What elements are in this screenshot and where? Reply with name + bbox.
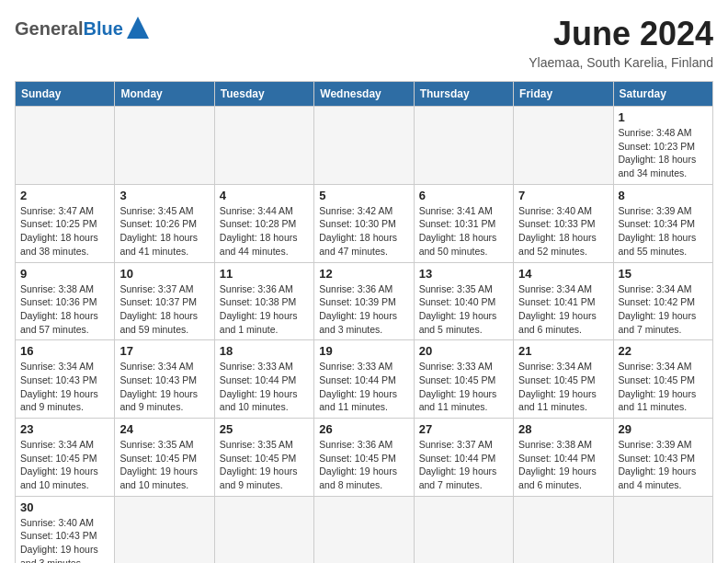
day-info: Sunrise: 3:35 AMSunset: 10:45 PMDaylight… (119, 438, 209, 492)
calendar-cell: 20 Sunrise: 3:33 AMSunset: 10:45 PMDayli… (414, 340, 513, 419)
header-thursday: Thursday (414, 82, 513, 107)
header-friday: Friday (514, 82, 613, 107)
day-number: 5 (319, 189, 408, 202)
day-number: 29 (619, 422, 708, 436)
calendar-cell: 17 Sunrise: 3:34 AMSunset: 10:43 PMDayli… (115, 340, 214, 419)
day-number: 12 (319, 267, 408, 281)
day-info: Sunrise: 3:36 AMSunset: 10:39 PMDaylight… (319, 282, 408, 337)
day-info: Sunrise: 3:35 AMSunset: 10:45 PMDaylight… (220, 438, 309, 492)
day-number: 7 (518, 189, 608, 202)
day-number: 21 (518, 344, 608, 358)
day-info: Sunrise: 3:34 AMSunset: 10:45 PMDaylight… (518, 360, 608, 414)
day-info: Sunrise: 3:33 AMSunset: 10:45 PMDaylight… (419, 360, 508, 414)
header-saturday: Saturday (613, 82, 712, 107)
day-info: Sunrise: 3:33 AMSunset: 10:44 PMDaylight… (220, 360, 309, 414)
calendar-cell: 27 Sunrise: 3:37 AMSunset: 10:44 PMDayli… (414, 419, 513, 497)
calendar-cell-empty (314, 496, 414, 563)
calendar-cell (414, 107, 513, 185)
calendar-cell: 28 Sunrise: 3:38 AMSunset: 10:44 PMDayli… (514, 419, 613, 497)
day-number: 19 (319, 344, 408, 358)
calendar-cell: 26 Sunrise: 3:36 AMSunset: 10:45 PMDayli… (314, 419, 414, 497)
calendar-cell (214, 107, 313, 185)
calendar-cell: 1 Sunrise: 3:48 AMSunset: 10:23 PMDaylig… (613, 107, 712, 185)
day-info: Sunrise: 3:36 AMSunset: 10:38 PMDaylight… (220, 282, 309, 337)
day-info: Sunrise: 3:40 AMSunset: 10:33 PMDaylight… (518, 204, 608, 259)
day-number: 9 (20, 267, 109, 281)
calendar-cell: 24 Sunrise: 3:35 AMSunset: 10:45 PMDayli… (115, 419, 214, 497)
day-number: 27 (419, 422, 508, 436)
day-info: Sunrise: 3:34 AMSunset: 10:43 PMDaylight… (20, 360, 109, 414)
title-area: June 2024 Ylaemaa, South Karelia, Finlan… (529, 15, 713, 70)
day-number: 4 (220, 189, 309, 202)
day-info: Sunrise: 3:48 AMSunset: 10:23 PMDaylight… (619, 126, 708, 180)
calendar-cell: 14 Sunrise: 3:34 AMSunset: 10:41 PMDayli… (514, 262, 613, 340)
calendar-cell: 13 Sunrise: 3:35 AMSunset: 10:40 PMDayli… (414, 262, 513, 340)
calendar-cell: 11 Sunrise: 3:36 AMSunset: 10:38 PMDayli… (214, 262, 313, 340)
day-number: 25 (220, 422, 309, 436)
calendar-cell (314, 107, 414, 185)
header-wednesday: Wednesday (314, 82, 414, 107)
day-number: 14 (518, 267, 608, 281)
day-number: 6 (419, 189, 508, 202)
day-info: Sunrise: 3:37 AMSunset: 10:44 PMDaylight… (419, 438, 508, 492)
day-info: Sunrise: 3:34 AMSunset: 10:43 PMDaylight… (119, 360, 209, 414)
day-number: 23 (20, 422, 109, 436)
day-number: 15 (619, 267, 708, 281)
calendar-cell-empty (214, 496, 313, 563)
day-number: 20 (419, 344, 508, 358)
calendar-cell: 9 Sunrise: 3:38 AMSunset: 10:36 PMDaylig… (16, 262, 115, 340)
calendar-cell: 2 Sunrise: 3:47 AMSunset: 10:25 PMDaylig… (16, 184, 115, 262)
day-info: Sunrise: 3:34 AMSunset: 10:41 PMDaylight… (518, 282, 608, 337)
calendar-cell: 5 Sunrise: 3:42 AMSunset: 10:30 PMDaylig… (314, 184, 414, 262)
day-number: 3 (119, 189, 209, 202)
calendar-cell-empty (115, 496, 214, 563)
day-number: 11 (220, 267, 309, 281)
day-info: Sunrise: 3:40 AMSunset: 10:43 PMDaylight… (20, 516, 109, 563)
day-info: Sunrise: 3:35 AMSunset: 10:40 PMDaylight… (419, 282, 508, 337)
logo-blue: Blue (83, 18, 122, 40)
day-info: Sunrise: 3:34 AMSunset: 10:45 PMDaylight… (20, 438, 109, 492)
calendar-cell: 4 Sunrise: 3:44 AMSunset: 10:28 PMDaylig… (214, 184, 313, 262)
logo-general: General (15, 18, 83, 40)
calendar-cell (16, 107, 115, 185)
day-info: Sunrise: 3:34 AMSunset: 10:45 PMDaylight… (619, 360, 708, 414)
header-sunday: Sunday (16, 82, 115, 107)
calendar-cell: 15 Sunrise: 3:34 AMSunset: 10:42 PMDayli… (613, 262, 712, 340)
location-title: Ylaemaa, South Karelia, Finland (529, 55, 713, 70)
calendar-cell: 10 Sunrise: 3:37 AMSunset: 10:37 PMDayli… (115, 262, 214, 340)
day-number: 1 (619, 110, 708, 124)
calendar-cell: 18 Sunrise: 3:33 AMSunset: 10:44 PMDayli… (214, 340, 313, 419)
calendar-cell: 19 Sunrise: 3:33 AMSunset: 10:44 PMDayli… (314, 340, 414, 419)
day-info: Sunrise: 3:36 AMSunset: 10:45 PMDaylight… (319, 438, 408, 492)
calendar-cell: 30 Sunrise: 3:40 AMSunset: 10:43 PMDayli… (16, 496, 115, 563)
header-monday: Monday (115, 82, 214, 107)
svg-marker-0 (127, 17, 149, 39)
day-info: Sunrise: 3:33 AMSunset: 10:44 PMDaylight… (319, 360, 408, 414)
day-info: Sunrise: 3:39 AMSunset: 10:43 PMDaylight… (619, 438, 708, 492)
calendar-cell: 3 Sunrise: 3:45 AMSunset: 10:26 PMDaylig… (115, 184, 214, 262)
calendar-cell: 7 Sunrise: 3:40 AMSunset: 10:33 PMDaylig… (514, 184, 613, 262)
day-info: Sunrise: 3:44 AMSunset: 10:28 PMDaylight… (220, 204, 309, 259)
day-number: 16 (20, 344, 109, 358)
day-info: Sunrise: 3:38 AMSunset: 10:36 PMDaylight… (20, 282, 109, 337)
calendar-cell: 25 Sunrise: 3:35 AMSunset: 10:45 PMDayli… (214, 419, 313, 497)
day-number: 28 (518, 422, 608, 436)
calendar-cell: 21 Sunrise: 3:34 AMSunset: 10:45 PMDayli… (514, 340, 613, 419)
day-info: Sunrise: 3:45 AMSunset: 10:26 PMDaylight… (119, 204, 209, 259)
day-info: Sunrise: 3:38 AMSunset: 10:44 PMDaylight… (518, 438, 608, 492)
calendar-cell: 6 Sunrise: 3:41 AMSunset: 10:31 PMDaylig… (414, 184, 513, 262)
day-number: 13 (419, 267, 508, 281)
day-info: Sunrise: 3:37 AMSunset: 10:37 PMDaylight… (119, 282, 209, 337)
day-number: 22 (619, 344, 708, 358)
calendar-cell-empty (414, 496, 513, 563)
month-title: June 2024 (529, 15, 713, 53)
day-info: Sunrise: 3:34 AMSunset: 10:42 PMDaylight… (619, 282, 708, 337)
logo-icon (125, 15, 151, 40)
day-info: Sunrise: 3:41 AMSunset: 10:31 PMDaylight… (419, 204, 508, 259)
calendar-cell: 23 Sunrise: 3:34 AMSunset: 10:45 PMDayli… (16, 419, 115, 497)
day-number: 10 (119, 267, 209, 281)
calendar-cell: 12 Sunrise: 3:36 AMSunset: 10:39 PMDayli… (314, 262, 414, 340)
calendar-header-row: Sunday Monday Tuesday Wednesday Thursday… (16, 82, 713, 107)
day-number: 26 (319, 422, 408, 436)
calendar-table: Sunday Monday Tuesday Wednesday Thursday… (15, 81, 713, 563)
